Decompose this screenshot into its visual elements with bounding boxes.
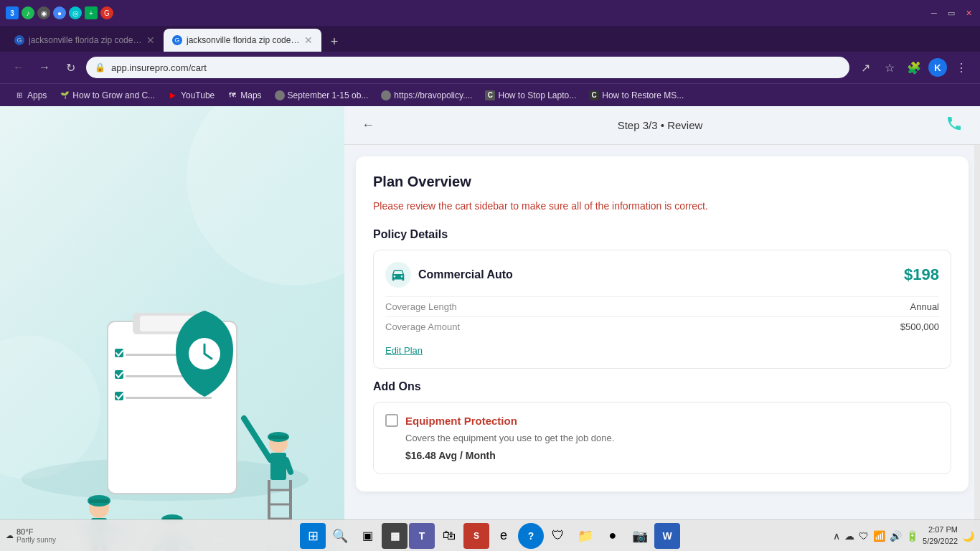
wifi-icon[interactable]: 📶 xyxy=(873,530,885,542)
share-button[interactable]: ↗ xyxy=(855,57,875,77)
car-icon xyxy=(390,267,406,283)
coverage-length-row: Coverage Length Annual xyxy=(385,296,939,316)
policy-name: Commercial Auto xyxy=(418,268,513,281)
active-tab-close[interactable]: ✕ xyxy=(304,34,313,46)
chrome-taskbar-button[interactable]: ● xyxy=(600,523,626,549)
help-icon: ? xyxy=(528,530,534,542)
365-icon[interactable]: 3 xyxy=(6,6,19,19)
youtube-favicon: ▶ xyxy=(168,90,178,100)
sheets-icon[interactable]: + xyxy=(85,6,98,19)
bookmark-button[interactable]: ☆ xyxy=(880,57,900,77)
bookmark-youtube[interactable]: ▶ YouTube xyxy=(162,88,220,103)
antivirus-icon: 🛡 xyxy=(859,530,869,542)
edge-button[interactable]: e xyxy=(491,523,517,549)
help-button[interactable]: ? xyxy=(518,523,544,549)
tab-bar: G jacksonville florida zip code - Go... … xyxy=(0,26,980,52)
url-text: app.insurepro.com/cart xyxy=(111,62,841,73)
files-icon: 📁 xyxy=(578,528,593,544)
left-illustration-panel xyxy=(0,106,344,551)
addon-checkbox[interactable] xyxy=(385,414,398,427)
another-icon[interactable]: ◎ xyxy=(69,6,82,19)
bookmark-maps-label: Maps xyxy=(240,90,261,100)
inactive-tab[interactable]: G jacksonville florida zip code - Go... … xyxy=(6,29,164,52)
teams-icon: T xyxy=(419,530,425,542)
spotify-icon[interactable]: ♪ xyxy=(22,6,34,19)
cloud-icon: ☁ xyxy=(844,530,854,542)
phone-button[interactable] xyxy=(946,115,963,136)
menu-button[interactable]: ⋮ xyxy=(951,57,971,77)
google-icon[interactable]: G xyxy=(100,6,113,19)
url-bar[interactable]: 🔒 app.insurepro.com/cart xyxy=(86,57,849,78)
back-button[interactable]: ← xyxy=(362,118,374,133)
addon-price: $16.48 Avg / Month xyxy=(405,450,496,461)
policy-price: $198 xyxy=(904,265,939,284)
photos-button[interactable]: 📷 xyxy=(627,523,653,549)
apps-panel-button[interactable]: ▦ xyxy=(382,523,407,549)
bookmark-september[interactable]: September 1-15 ob... xyxy=(269,88,374,103)
bookmark-apps[interactable]: ⊞ Apps xyxy=(9,88,52,103)
bookmark-bravopolicy[interactable]: https://bravopolicy.... xyxy=(375,88,478,103)
word-button[interactable]: W xyxy=(654,523,680,549)
window-controls: ─ ▭ ✕ xyxy=(928,7,974,19)
svg-rect-25 xyxy=(269,435,288,439)
bookmark-bravo-label: https://bravopolicy.... xyxy=(394,90,472,100)
time-display[interactable]: 2:07 PM 5/29/2022 xyxy=(923,524,958,547)
policy-card: Commercial Auto $198 Coverage Length Ann… xyxy=(373,250,951,369)
svg-rect-6 xyxy=(126,397,212,399)
scrollbar-track[interactable] xyxy=(974,106,980,551)
search-icon: 🔍 xyxy=(332,528,348,544)
browser-icon[interactable]: ◉ xyxy=(37,6,50,19)
bookmarks-bar: ⊞ Apps 🌱 How to Grow and C... ▶ YouTube … xyxy=(0,83,980,106)
weather-icon: ☁ xyxy=(6,531,14,540)
plan-overview-desc: Please review the cart sidebar to make s… xyxy=(373,199,951,214)
extensions-button[interactable]: 🧩 xyxy=(904,57,924,77)
coverage-amount-row: Coverage Amount $500,000 xyxy=(385,316,939,336)
bravo-favicon xyxy=(381,90,391,100)
inactive-tab-close[interactable]: ✕ xyxy=(146,34,155,46)
weather-temp: 80°F xyxy=(17,527,56,536)
notification-icon[interactable]: 🌙 xyxy=(962,530,974,542)
bookmark-how-to-grow[interactable]: 🌱 How to Grow and C... xyxy=(54,88,161,103)
policy-header: Commercial Auto $198 xyxy=(385,262,939,288)
back-nav-button[interactable]: ← xyxy=(9,57,29,77)
tab-favicon-active: G xyxy=(172,35,182,45)
right-content-panel: ← Step 3/3 • Review Plan Overview Please… xyxy=(344,106,980,551)
edit-plan-link[interactable]: Edit Plan xyxy=(385,345,423,356)
minimize-button[interactable]: ─ xyxy=(928,7,940,19)
plan-overview-card: Plan Overview Please review the cart sid… xyxy=(356,156,969,491)
svg-rect-26 xyxy=(270,453,286,480)
profile-button[interactable]: K xyxy=(928,58,947,77)
start-button[interactable]: ⊞ xyxy=(300,523,326,549)
taskbar: ☁ 80°F Partly sunny ⊞ 🔍 ▣ ▦ T 🛍 S e xyxy=(0,519,980,551)
svg-rect-13 xyxy=(89,499,109,503)
teams-button[interactable]: T xyxy=(409,523,435,549)
edge-icon: e xyxy=(500,528,507,543)
task-view-button[interactable]: ▣ xyxy=(354,523,380,549)
active-tab[interactable]: G jacksonville florida zip code - Go... … xyxy=(164,29,321,52)
restore-button[interactable]: ▭ xyxy=(946,7,957,19)
search-button[interactable]: 🔍 xyxy=(327,523,353,549)
bookmark-how-to-restore[interactable]: C How to Restore MS... xyxy=(583,88,689,103)
stop-favicon: C xyxy=(485,90,495,100)
security-button[interactable]: S xyxy=(463,523,489,549)
volume-icon[interactable]: 🔊 xyxy=(890,530,902,542)
hidden-icons-button[interactable]: ∧ xyxy=(833,530,840,542)
refresh-button[interactable]: ↻ xyxy=(60,57,80,77)
store-button[interactable]: 🛍 xyxy=(436,523,462,549)
bookmark-youtube-label: YouTube xyxy=(181,90,215,100)
close-button[interactable]: ✕ xyxy=(963,7,974,19)
bookmark-how-to-stop[interactable]: C How to Stop Lapto... xyxy=(479,88,582,103)
start-icon: ⊞ xyxy=(308,528,319,544)
addons-title: Add Ons xyxy=(373,380,951,393)
phone-icon xyxy=(946,115,963,132)
defender-button[interactable]: 🛡 xyxy=(545,523,571,549)
tab-favicon-inactive: G xyxy=(14,35,24,45)
files-button[interactable]: 📁 xyxy=(573,523,598,549)
new-tab-button[interactable]: + xyxy=(324,32,344,52)
chrome-icon-bar[interactable]: ● xyxy=(53,6,66,19)
step-indicator: Step 3/3 • Review xyxy=(618,119,703,131)
addon-description: Covers the equipment you use to get the … xyxy=(405,433,939,443)
bookmark-maps[interactable]: 🗺 Maps xyxy=(222,88,267,103)
forward-nav-button[interactable]: → xyxy=(34,57,55,77)
current-time: 2:07 PM xyxy=(923,524,958,535)
